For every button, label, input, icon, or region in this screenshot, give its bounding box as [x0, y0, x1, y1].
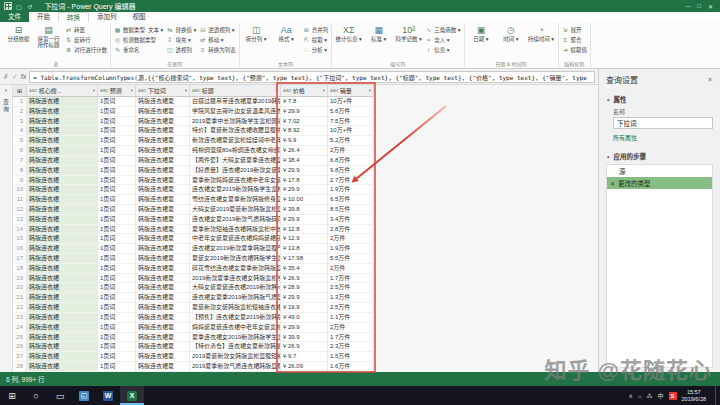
unpivot-columns-button[interactable]: ⊟逆透视列 ▾	[199, 25, 236, 34]
cell: 妈妈装夏装连衣裙中老年女装宽松大码中长款裙子...	[190, 323, 281, 333]
filter-icon[interactable]: ▾	[131, 88, 133, 93]
excel-icon[interactable]: X	[120, 386, 144, 405]
group-by-button[interactable]: ⊟分组依据	[5, 24, 32, 42]
filter-icon[interactable]: ▾	[93, 88, 95, 93]
word-icon[interactable]: W	[96, 386, 120, 405]
all-properties-link[interactable]: 所有属性	[613, 133, 713, 142]
row-number: 18	[13, 264, 27, 274]
column-header-核心搜[interactable]: ABC核心搜...▾	[27, 85, 98, 97]
tab-文件[interactable]: 文件	[0, 12, 29, 22]
table-row: 9韩版连衣裙1页词韩版连衣裙夏夏季新款妈妈装连衣裙中老年女装过膝长裙大码裙...…	[13, 176, 598, 186]
detect-data-type-button[interactable]: ◎检测数据类型	[114, 35, 163, 44]
expand-queries-icon[interactable]: ›	[5, 87, 7, 94]
tab-转换[interactable]: 转换	[58, 12, 89, 22]
aggregate-button[interactable]: Σ聚合	[562, 35, 588, 44]
cell: 1页词	[98, 342, 136, 352]
close-icon[interactable]: ✕	[708, 3, 713, 10]
cell: 韩版连衣裙夏	[136, 234, 190, 244]
taskbar-clock[interactable]: 15:572019/6/28	[682, 389, 706, 403]
rounding-icon: ≈	[425, 37, 432, 43]
replace-values-button[interactable]: ⇆替换值 ▾	[166, 25, 196, 34]
filter-icon[interactable]: ▾	[185, 88, 187, 93]
applied-step-源[interactable]: 源	[607, 165, 712, 177]
trigonometry-button[interactable]: ∿三角函数 ▾	[425, 25, 460, 34]
cell: 韩版连衣裙	[27, 225, 98, 235]
filter-icon[interactable]: ▾	[323, 88, 325, 93]
tray-icon[interactable]: ⌂	[638, 393, 642, 399]
delete-step-icon[interactable]: ✕	[610, 180, 615, 187]
count-rows-button[interactable]: ≣对行进行计数	[65, 45, 107, 54]
app-window-icon[interactable]: ◱	[72, 386, 96, 405]
collapse-triangle-icon[interactable]: ▲	[606, 97, 610, 102]
expand-button[interactable]: ⇲展开	[562, 25, 588, 34]
formula-input[interactable]: = Table.TransformColumnTypes(源,{{"核心搜索词"…	[29, 71, 595, 83]
row-number: 14	[13, 225, 27, 235]
filter-icon[interactable]: ▾	[369, 88, 371, 93]
tray-icon[interactable]: 中	[658, 391, 664, 400]
ribbon-group-编号列: ΧΣ统计信息 ▾▦标准 ▾10²科学记数 ▾∿三角函数 ▾≈舍入 ▾i信息 ▾编…	[332, 23, 464, 68]
column-header-预测[interactable]: ABC预测▾	[98, 85, 136, 97]
cell: 韩版连衣裙夏	[136, 136, 190, 146]
cell: 韩版连衣裙	[27, 303, 98, 313]
column-header-价格[interactable]: ABC价格▾	[281, 85, 328, 97]
row-number: 28	[13, 362, 27, 372]
convert-to-list-button[interactable]: ≡转换为列表	[199, 45, 236, 54]
close-settings-icon[interactable]: ✕	[707, 76, 713, 84]
cell: 韩版连衣裙	[27, 283, 98, 293]
tab-开始[interactable]: 开始	[29, 12, 58, 22]
extract-values-button[interactable]: ⇥提取值	[562, 45, 588, 54]
split-column-button[interactable]: ◫拆分列 ▾	[243, 24, 270, 42]
cancel-formula-icon[interactable]: ✗	[3, 73, 9, 81]
search-button[interactable]: ○	[24, 386, 48, 405]
grid-corner-icon[interactable]: ⊞	[13, 85, 27, 97]
pivot-column-button[interactable]: ◫透视列	[166, 45, 196, 54]
cell: 3.4万件	[328, 215, 374, 225]
cell: 韩版连衣裙夏	[136, 274, 190, 284]
query-name-input[interactable]: 下拉词	[613, 117, 713, 129]
rounding-button[interactable]: ≈舍入 ▾	[425, 35, 460, 44]
tab-视图[interactable]: 视图	[125, 12, 154, 22]
cell: 韩版连衣裙	[27, 185, 98, 195]
task-view-button[interactable]: ▭	[48, 386, 72, 405]
tray-icon[interactable]: ⁂	[647, 392, 653, 399]
standard-button[interactable]: ▦标准 ▾	[365, 24, 392, 42]
merge-columns-button[interactable]: ⊞合并列	[303, 25, 329, 34]
format-button[interactable]: Aa格式 ▾	[273, 24, 300, 42]
date-button[interactable]: ▣日期 ▾	[468, 24, 495, 42]
transpose-button[interactable]: ⇄转置	[65, 25, 107, 34]
window-controls[interactable]: ─ □ ✕	[686, 3, 716, 10]
information-button[interactable]: i信息 ▾	[425, 45, 460, 54]
collapse-triangle-icon[interactable]: ▲	[606, 154, 610, 159]
show-desktop-button[interactable]	[715, 386, 718, 405]
filter-icon[interactable]: ▾	[276, 88, 278, 93]
time-button[interactable]: ◷时间 ▾	[498, 24, 525, 42]
move-button[interactable]: ⇄移动 ▾	[199, 35, 236, 44]
confirm-formula-icon[interactable]: ✓	[12, 73, 18, 81]
start-button[interactable]: ⊞	[0, 386, 24, 405]
use-first-row-headers-button[interactable]: ▤将第一行用作标题	[35, 24, 62, 49]
data-type-button[interactable]: ▦数据类型: 文本 ▾	[114, 25, 163, 34]
tray-icon[interactable]: ∧	[628, 392, 632, 399]
cell: 韩版连衣裙夏	[136, 362, 190, 372]
quick-access-toolbar[interactable]: ▢ ↺	[16, 3, 34, 10]
extract-button[interactable]: ⇱提取 ▾	[303, 35, 329, 44]
maximize-icon[interactable]: □	[697, 3, 701, 10]
column-header-标题[interactable]: ABC标题▾	[190, 85, 281, 97]
fill-button[interactable]: ↧填充 ▾	[166, 35, 196, 44]
statistics-button[interactable]: ΧΣ统计信息 ▾	[335, 24, 362, 42]
cell: 9.8万件	[328, 166, 374, 176]
column-header-下拉词[interactable]: ABC下拉词▾	[136, 85, 190, 97]
ribbon-group-label: 任意列	[114, 60, 236, 68]
applied-step-更改的类型[interactable]: ✕更改的类型	[607, 177, 712, 189]
sogou-input-icon[interactable]: S	[669, 392, 677, 400]
duration-button[interactable]: ◔持续时间 ▾	[528, 24, 555, 42]
table-row: 17韩版连衣裙1页词韩版连衣裙夏夏装女2019新款连衣裙韩版学生宽松短袖中长款裙…	[13, 254, 598, 264]
minimize-icon[interactable]: ─	[686, 3, 690, 10]
reverse-rows-button[interactable]: ⇅反转行	[65, 35, 107, 44]
scientific-button[interactable]: 10²科学记数 ▾	[395, 24, 422, 42]
tab-添加列[interactable]: 添加列	[89, 12, 125, 22]
column-header-销量[interactable]: ABC销量▾	[328, 85, 374, 97]
parse-button[interactable]: ∴分析 ▾	[303, 45, 329, 54]
rename-button[interactable]: ✎重命名	[114, 45, 163, 54]
cell: 1页词	[98, 274, 136, 284]
